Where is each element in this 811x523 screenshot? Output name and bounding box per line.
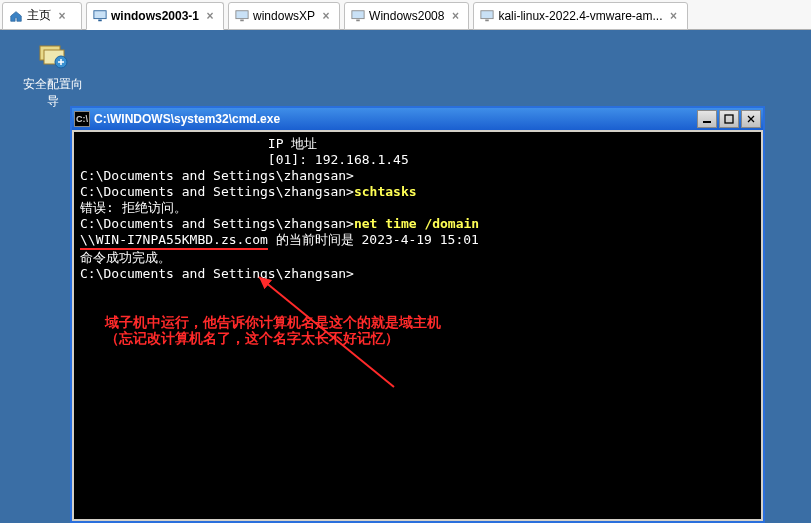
term-line: C:\Documents and Settings\zhangsan>schta… <box>80 184 755 200</box>
tab-label: Windows2008 <box>369 9 444 23</box>
monitor-icon <box>93 9 107 23</box>
term-line: C:\Documents and Settings\zhangsan>net t… <box>80 216 755 232</box>
close-icon[interactable]: × <box>667 9 681 23</box>
svg-rect-1 <box>98 19 102 21</box>
term-line: 命令成功完成。 <box>80 250 755 266</box>
term-line: IP 地址 <box>80 136 755 152</box>
home-icon <box>9 9 23 23</box>
term-line: \\WIN-I7NPA55KMBD.zs.com 的当前时间是 2023-4-1… <box>80 232 755 250</box>
cmd-icon: C:\ <box>74 111 90 127</box>
monitor-icon <box>351 9 365 23</box>
tab-windows2008[interactable]: Windows2008 × <box>344 2 469 30</box>
vm-tabbar: 主页 × windows2003-1 × windowsXP × Windows… <box>0 0 811 30</box>
term-line: C:\Documents and Settings\zhangsan> <box>80 168 755 184</box>
cmd-window: C:\ C:\WINDOWS\system32\cmd.exe IP 地址 [0… <box>70 106 765 523</box>
svg-rect-2 <box>236 10 248 18</box>
svg-rect-11 <box>703 121 711 123</box>
underlined-hostname: \\WIN-I7NPA55KMBD.zs.com <box>80 232 268 250</box>
term-line: 错误: 拒绝访问。 <box>80 200 755 216</box>
monitor-icon <box>480 9 494 23</box>
wizard-icon <box>37 40 69 72</box>
terminal-output[interactable]: IP 地址 [01]: 192.168.1.45 C:\Documents an… <box>72 130 763 521</box>
cmd-title: C:\WINDOWS\system32\cmd.exe <box>94 112 697 126</box>
tab-windowsxp[interactable]: windowsXP × <box>228 2 340 30</box>
minimize-button[interactable] <box>697 110 717 128</box>
close-icon[interactable]: × <box>203 9 217 23</box>
close-icon[interactable]: × <box>448 9 462 23</box>
term-line: [01]: 192.168.1.45 <box>80 152 755 168</box>
cmd-titlebar[interactable]: C:\ C:\WINDOWS\system32\cmd.exe <box>72 108 763 130</box>
tab-label: 主页 <box>27 7 51 24</box>
svg-rect-0 <box>94 10 106 18</box>
tab-kali[interactable]: kali-linux-2022.4-vmware-am... × <box>473 2 687 30</box>
tab-home[interactable]: 主页 × <box>2 2 82 30</box>
tab-label: windowsXP <box>253 9 315 23</box>
close-icon[interactable]: × <box>319 9 333 23</box>
monitor-icon <box>235 9 249 23</box>
close-icon[interactable]: × <box>55 9 69 23</box>
annotation-text: 域子机中运行，他告诉你计算机名是这个的就是域主机 <box>80 314 755 330</box>
term-line: C:\Documents and Settings\zhangsan> <box>80 266 755 282</box>
svg-rect-4 <box>352 10 364 18</box>
highlighted-command: schtasks <box>354 184 417 199</box>
svg-rect-6 <box>481 10 493 18</box>
close-button[interactable] <box>741 110 761 128</box>
tab-windows2003[interactable]: windows2003-1 × <box>86 2 224 30</box>
svg-rect-3 <box>240 19 244 21</box>
maximize-button[interactable] <box>719 110 739 128</box>
svg-rect-12 <box>725 115 733 123</box>
highlighted-command: net time /domain <box>354 216 479 231</box>
svg-rect-5 <box>356 19 360 21</box>
svg-rect-7 <box>486 19 490 21</box>
desktop-icon-security-wizard[interactable]: 安全配置向导 <box>18 40 88 110</box>
desktop-icon-label: 安全配置向导 <box>18 76 88 110</box>
tab-label: windows2003-1 <box>111 9 199 23</box>
annotation-text: （忘记改计算机名了，这个名字太长不好记忆） <box>80 330 755 346</box>
tab-label: kali-linux-2022.4-vmware-am... <box>498 9 662 23</box>
